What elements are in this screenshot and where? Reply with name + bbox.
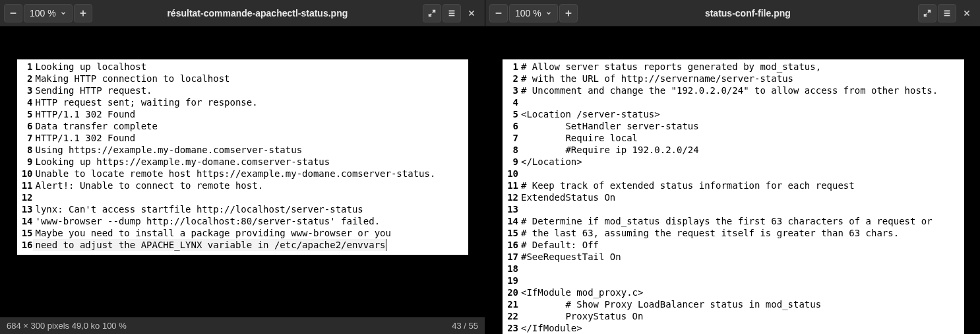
- status-bar: 684 × 300 pixels 49,0 ko 100 % 43 / 55: [0, 317, 485, 334]
- text-line: 9Looking up https://example.my-domane.co…: [18, 156, 464, 168]
- text-line: 2# with the URL of http://servername/ser…: [504, 73, 962, 84]
- close-icon: [467, 9, 476, 18]
- text-line: 13lynx: Can't access startfile http://lo…: [18, 203, 464, 215]
- window-title: status-conf-file.png: [582, 8, 914, 18]
- line-text: [518, 263, 521, 275]
- close-button[interactable]: [462, 4, 481, 22]
- text-line: 7HTTP/1.1 302 Found: [18, 132, 464, 144]
- zoom-level-label: 100 %: [30, 8, 56, 18]
- zoom-level-dropdown[interactable]: 100 %: [24, 4, 73, 22]
- image-viewer-right: 100 % status-conf-file.png 1# Allow serv…: [485, 0, 980, 334]
- line-number: 2: [18, 73, 33, 84]
- line-text: <IfModule mod_proxy.c>: [518, 286, 643, 298]
- line-text: # the last 63, assuming the request itse…: [518, 227, 899, 239]
- line-text: <Location /server-status>: [518, 108, 660, 120]
- zoom-in-button[interactable]: [74, 4, 92, 22]
- line-text: Require local: [518, 132, 638, 144]
- line-number: 6: [18, 120, 33, 132]
- text-line: 4: [504, 96, 962, 108]
- zoom-level-dropdown[interactable]: 100 %: [509, 4, 558, 22]
- line-number: 1: [504, 61, 518, 73]
- close-icon: [962, 9, 971, 18]
- text-line: 4HTTP request sent; waiting for response…: [18, 96, 464, 108]
- image-viewport[interactable]: 1Looking up localhost2Making HTTP connec…: [0, 26, 485, 317]
- line-number: 19: [504, 275, 518, 286]
- line-text: ProxyStatus On: [518, 310, 643, 322]
- line-text: </Location>: [518, 156, 582, 168]
- zoom-level-label: 100 %: [515, 8, 541, 18]
- line-number: 5: [18, 108, 33, 120]
- text-line: 17#SeeRequestTail On: [504, 251, 962, 263]
- line-number: 13: [18, 203, 33, 215]
- text-line: 14'www-browser --dump http://localhost:8…: [18, 215, 464, 227]
- line-text: [33, 191, 36, 203]
- line-number: 4: [18, 96, 33, 108]
- line-text: #Require ip 192.0.2.0/24: [518, 144, 699, 156]
- fullscreen-button[interactable]: [918, 4, 936, 22]
- image-viewer-left: 100 % résultat-commande-apachectl-status…: [0, 0, 485, 334]
- toolbar: 100 % résultat-commande-apachectl-status…: [0, 0, 485, 26]
- line-text: [518, 203, 521, 215]
- toolbar: 100 % status-conf-file.png: [485, 0, 980, 26]
- text-line: 21 # Show Proxy LoadBalancer status in m…: [504, 298, 962, 310]
- line-number: 15: [504, 227, 518, 239]
- text-line: 19: [504, 275, 962, 286]
- text-line: 15Maybe you need to install a package pr…: [18, 227, 464, 239]
- line-number: 10: [18, 168, 33, 180]
- line-number: 9: [504, 156, 518, 168]
- line-text: # Uncomment and change the "192.0.2.0/24…: [518, 84, 938, 96]
- line-text: Maybe you need to install a package prov…: [33, 227, 391, 239]
- fullscreen-button[interactable]: [423, 4, 441, 22]
- status-info-left: 684 × 300 pixels 49,0 ko 100 %: [7, 321, 127, 331]
- line-text: # Default: Off: [518, 239, 599, 251]
- line-text: #SeeRequestTail On: [518, 251, 621, 263]
- line-text: HTTP request sent; waiting for response.: [33, 96, 258, 108]
- hamburger-icon: [942, 9, 952, 18]
- line-text: [518, 168, 521, 180]
- line-number: 3: [18, 84, 33, 96]
- text-line: 5HTTP/1.1 302 Found: [18, 108, 464, 120]
- text-line: 6Data transfer complete: [18, 120, 464, 132]
- minus-icon: [9, 9, 18, 18]
- zoom-out-button[interactable]: [489, 4, 508, 22]
- menu-button[interactable]: [443, 4, 461, 22]
- line-text: lynx: Can't access startfile http://loca…: [33, 203, 363, 215]
- line-text: Looking up localhost: [33, 61, 147, 73]
- document-content: 1# Allow server status reports generated…: [503, 59, 964, 334]
- line-text: [518, 275, 521, 286]
- line-number: 12: [18, 191, 33, 203]
- document-content: 1Looking up localhost2Making HTTP connec…: [17, 59, 468, 255]
- minus-icon: [494, 9, 503, 18]
- image-viewport[interactable]: 1# Allow server status reports generated…: [485, 26, 980, 334]
- text-line: 10: [504, 168, 962, 180]
- text-line: 20<IfModule mod_proxy.c>: [504, 286, 962, 298]
- line-number: 11: [18, 180, 33, 191]
- fullscreen-icon: [923, 9, 932, 18]
- line-text: # Keep track of extended status informat…: [518, 180, 855, 191]
- line-number: 15: [18, 227, 33, 239]
- line-number: 10: [504, 168, 518, 180]
- zoom-in-button[interactable]: [559, 4, 578, 22]
- zoom-out-button[interactable]: [4, 4, 22, 22]
- line-text: # Show Proxy LoadBalancer status in mod_…: [518, 298, 821, 310]
- line-number: 6: [504, 120, 518, 132]
- menu-button[interactable]: [938, 4, 956, 22]
- line-text: Data transfer complete: [33, 120, 158, 132]
- text-line: 8Using https://example.my-domane.comserv…: [18, 144, 464, 156]
- window-title: résultat-commande-apachectl-status.png: [96, 8, 419, 18]
- line-text: # with the URL of http://servername/serv…: [518, 73, 793, 84]
- close-button[interactable]: [958, 4, 976, 22]
- line-number: 2: [504, 73, 518, 84]
- text-line: 2Making HTTP connection to localhost: [18, 73, 464, 84]
- line-text: [518, 96, 521, 108]
- text-line: 1# Allow server status reports generated…: [504, 61, 962, 73]
- line-text: </IfModule>: [518, 322, 582, 334]
- text-line: 7 Require local: [504, 132, 962, 144]
- text-line: 12: [18, 191, 464, 203]
- line-text: Alert!: Unable to connect to remote host…: [33, 180, 264, 191]
- text-line: 16# Default: Off: [504, 239, 962, 251]
- line-text: Looking up https://example.my-domane.com…: [33, 156, 330, 168]
- text-line: 22 ProxyStatus On: [504, 310, 962, 322]
- status-info-right: 43 / 55: [452, 321, 478, 331]
- line-number: 18: [504, 263, 518, 275]
